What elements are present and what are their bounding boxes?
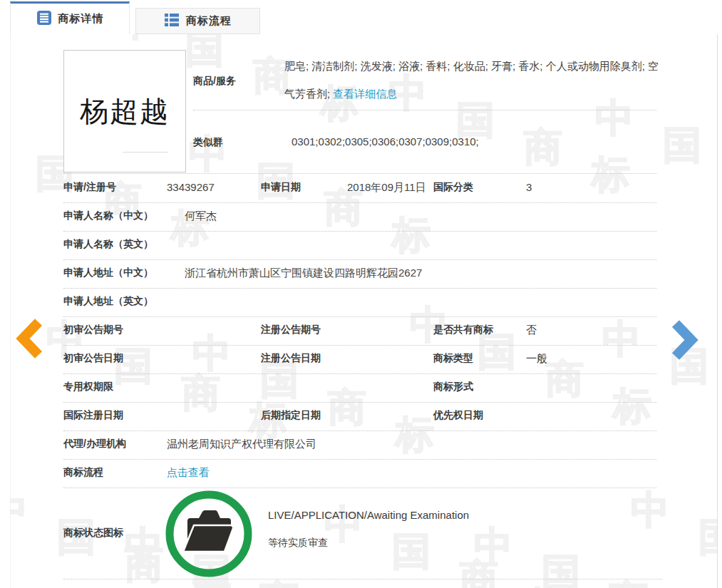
tab-trademark-details[interactable]: 商标详情: [10, 1, 130, 34]
row-separator: [63, 173, 656, 174]
trademark-process-icon: [164, 13, 180, 30]
tab-trademark-process[interactable]: 商标流程: [135, 8, 260, 34]
row-application-number: 申请/注册号 33439267 申请日期 2018年09月11日 国际分类 3: [11, 181, 717, 197]
field-value: 何军杰: [185, 210, 217, 223]
field-label: 注册公告期号: [261, 324, 321, 336]
tab-label: 商标流程: [186, 14, 232, 28]
click-to-view-link[interactable]: 点击查看: [167, 466, 210, 480]
row-separator: [63, 316, 656, 317]
field-value: 否: [526, 324, 537, 337]
field-label: 申请人地址（英文）: [63, 295, 153, 308]
row-gazette-dates: 初审公告日期 注册公告日期 商标类型 一般: [11, 352, 717, 368]
row-separator: [63, 373, 656, 374]
status-folder-icon: [165, 490, 253, 578]
trademark-details-icon: [36, 10, 52, 29]
row-separator: [63, 259, 656, 260]
tab-label: 商标详情: [58, 12, 104, 26]
row-applicant-address-en: 申请人地址（英文）: [11, 295, 717, 311]
field-value: 2018年09月11日: [347, 181, 426, 195]
row-separator: [63, 288, 656, 289]
field-label: 商标流程: [63, 466, 103, 479]
field-value: 一般: [526, 352, 547, 366]
row-separator: [63, 402, 656, 403]
view-details-link[interactable]: 查看详细信息: [333, 88, 397, 100]
field-label: 申请人地址（中文）: [63, 267, 153, 279]
field-value: 33439267: [167, 181, 215, 193]
similar-group-label: 类似群: [193, 136, 223, 149]
field-label: 注册公告日期: [261, 352, 321, 365]
field-label: 申请人名称（中文）: [63, 210, 153, 222]
field-label: 申请/注册号: [63, 181, 116, 194]
field-label: 专用权期限: [63, 381, 113, 393]
status-text-cn: 等待实质审查: [268, 537, 328, 550]
row-trademark-process: 商标流程 点击查看: [11, 466, 717, 482]
row-separator: [63, 488, 656, 488]
row-gazette-numbers: 初审公告期号 注册公告期号 是否共有商标 否: [11, 324, 717, 339]
status-icon-label: 商标状态图标: [63, 527, 123, 540]
status-text-en: LIVE/APPLICATION/Awaiting Examination: [268, 509, 469, 521]
goods-services-value: 肥皂; 清洁制剂; 洗发液; 浴液; 香料; 化妆品; 牙膏; 香水; 个人或动…: [284, 52, 664, 108]
field-label: 国际注册日期: [63, 409, 123, 422]
row-applicant-name-en: 申请人名称（英文）: [11, 238, 717, 254]
field-label: 代理/办理机构: [63, 438, 126, 450]
row-separator: [193, 110, 656, 110]
field-label: 申请人名称（英文）: [63, 238, 153, 251]
similar-group-value: 0301;0302;0305;0306;0307;0309;0310;: [292, 135, 479, 148]
tab-bar: 商标详情 商标流程: [0, 0, 722, 34]
trademark-detail-page: 商标详情 商标流程 中国商标中国商标中国商标中国商标中国商标中国商标中国商标中国…: [0, 0, 722, 588]
trademark-detail-panel: 中国商标中国商标中国商标中国商标中国商标中国商标中国商标中国商标中国商标中国商标…: [10, 34, 718, 588]
row-applicant-address-cn: 申请人地址（中文） 浙江省杭州市萧山区宁围镇建设四路明辉花园2627: [11, 267, 717, 282]
row-intl-dates: 国际注册日期 后期指定日期 优先权日期: [11, 409, 717, 425]
row-right-period: 专用权期限 商标形式: [11, 381, 717, 396]
previous-arrow-button[interactable]: [14, 319, 43, 361]
field-label: 初审公告日期: [63, 352, 123, 365]
goods-services-label: 商品/服务: [193, 75, 236, 88]
next-arrow-button[interactable]: [671, 320, 700, 363]
row-separator: [63, 459, 656, 460]
row-separator: [63, 345, 656, 346]
field-label: 申请日期: [261, 181, 301, 194]
field-label: 国际分类: [433, 181, 473, 194]
field-label: 初审公告期号: [63, 324, 123, 336]
field-label: 后期指定日期: [261, 409, 321, 422]
field-label: 优先权日期: [433, 409, 483, 422]
row-separator: [63, 430, 656, 431]
field-value: 浙江省杭州市萧山区宁围镇建设四路明辉花园2627: [185, 267, 422, 280]
field-label: 是否共有商标: [433, 324, 493, 336]
trademark-image-underline: [123, 152, 168, 153]
row-separator: [63, 202, 656, 203]
field-label: 商标形式: [433, 381, 473, 393]
row-applicant-name-cn: 申请人名称（中文） 何军杰: [11, 210, 717, 225]
trademark-image: 杨超越: [63, 50, 186, 172]
row-agency: 代理/办理机构 温州老周知识产权代理有限公司: [11, 438, 717, 453]
row-separator: [63, 231, 656, 232]
field-value: 3: [526, 181, 532, 193]
row-separator: [63, 579, 662, 579]
field-value: 温州老周知识产权代理有限公司: [167, 438, 316, 451]
field-label: 商标类型: [433, 352, 473, 365]
trademark-image-text: 杨超越: [80, 92, 170, 131]
